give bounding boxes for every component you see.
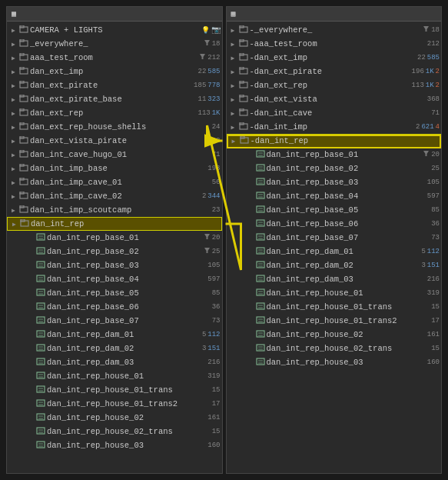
collection-icon: [19, 164, 30, 174]
tree-item-r_everywhere[interactable]: ▶ -_everywhere_ 18: [227, 23, 442, 37]
expand-arrow[interactable]: ▶: [231, 27, 239, 34]
tree-item-dan_ext_imp[interactable]: ▶ dan_ext_imp22585: [7, 65, 222, 78]
tree-item-dan_int_rep_house01t[interactable]: dan_int_rep_house_01_trans15: [7, 383, 222, 397]
tree-item-dan_int_rep_base05[interactable]: dan_int_rep_base_0585: [7, 286, 222, 300]
item-label: dan_ext_pirate_base: [30, 95, 196, 104]
expand-arrow[interactable]: ▶: [12, 68, 19, 75]
tree-item-dan_int_cave[interactable]: ▶ dan_int_cave_hugo_0171: [7, 148, 222, 162]
expand-arrow[interactable]: ▶: [12, 165, 19, 172]
right-scene-collection-panel: ▦ ▶ -_everywhere_ 18▶ -aaa_test_room212▶…: [226, 6, 443, 474]
expand-arrow[interactable]: ▶: [231, 82, 239, 89]
tree-item-r_house01t[interactable]: dan_int_rep_house_01_trans15: [227, 300, 442, 314]
expand-arrow[interactable]: ▶: [231, 124, 239, 131]
tree-item-r_dan_int_imp[interactable]: ▶ -dan_int_imp26214: [227, 120, 442, 134]
badge-count: 161: [427, 331, 440, 338]
tree-item-dan_ext_rep[interactable]: ▶ dan_ext_rep1131K: [7, 106, 222, 120]
tree-item-dan_int_imp[interactable]: ▶ dan_int_imp_base198: [7, 162, 222, 175]
tree-item-dan_int_rep_base03[interactable]: dan_int_rep_base_03105: [7, 258, 222, 272]
expand-arrow[interactable]: ▶: [12, 27, 19, 34]
tree-item-dan_int_rep_house02[interactable]: dan_int_rep_house_02161: [7, 411, 222, 425]
tree-item-dan_int_imp_cave01[interactable]: ▶ dan_int_imp_cave_0156: [7, 175, 222, 189]
tree-item-r_base05[interactable]: dan_int_rep_base_0585: [227, 203, 442, 217]
tree-item-r_dan_ext_vista[interactable]: ▶ -dan_ext_vista368: [227, 92, 442, 106]
tree-item-dan_int_rep_base07[interactable]: dan_int_rep_base_0773: [7, 314, 222, 328]
tree-item-everywhere[interactable]: ▶ _everywhere_ 18: [7, 37, 222, 51]
expand-arrow[interactable]: ▶: [12, 179, 19, 186]
item-label: dan_int_rep_base_02: [267, 164, 430, 173]
svg-rect-105: [257, 165, 264, 171]
item-label: dan_int_rep_house_01_trans: [47, 385, 211, 395]
tree-item-dan_ext_rep_house[interactable]: ▶ dan_ext_rep_house_shells24: [7, 120, 222, 134]
item-label: -dan_int_cave: [250, 108, 430, 118]
expand-arrow[interactable]: ▶: [12, 193, 19, 200]
badge-count: 212: [207, 54, 220, 62]
tree-item-dan_int_rep[interactable]: ▶ dan_int_rep: [7, 217, 222, 231]
svg-rect-67: [37, 386, 45, 392]
item-label: dan_int_rep_base_04: [47, 275, 206, 284]
tree-item-dan_int_imp_cave02[interactable]: ▶ dan_int_imp_cave_022344: [7, 189, 222, 203]
expand-arrow[interactable]: ▶: [231, 110, 239, 117]
expand-arrow[interactable]: ▶: [12, 110, 19, 117]
object-icon: [36, 385, 47, 395]
tree-item-r_aaa_test[interactable]: ▶ -aaa_test_room212: [227, 37, 442, 51]
tree-item-dan_int_rep_dam01[interactable]: dan_int_rep_dam_015112: [7, 328, 222, 342]
tree-item-r_house02t[interactable]: dan_int_rep_house_02_trans15: [227, 342, 442, 355]
item-label: dan_int_imp_cave_02: [30, 192, 201, 201]
tree-item-r_base01[interactable]: dan_int_rep_base_01 20: [227, 148, 442, 162]
tree-item-dan_int_rep_house01t2[interactable]: dan_int_rep_house_01_trans217: [7, 397, 222, 411]
tree-item-dan_int_rep_house03[interactable]: dan_int_rep_house_03160: [7, 438, 222, 452]
tree-item-r_dan_int_rep[interactable]: ▶ -dan_int_rep: [227, 134, 442, 148]
tree-item-dan_int_rep_house01[interactable]: dan_int_rep_house_01319: [7, 369, 222, 383]
tree-item-r_dan_ext_rep[interactable]: ▶ -dan_ext_rep1131K2: [227, 78, 442, 92]
expand-arrow[interactable]: ▶: [231, 96, 239, 103]
object-icon: [36, 427, 47, 437]
tree-item-r_base02[interactable]: dan_int_rep_base_0225: [227, 162, 442, 175]
tree-item-dan_int_rep_base02[interactable]: dan_int_rep_base_02 25: [7, 245, 222, 258]
expand-arrow[interactable]: ▶: [231, 41, 239, 48]
tree-item-r_dan_int_cave[interactable]: ▶ -dan_int_cave71: [227, 106, 442, 120]
tree-item-r_dan_ext_pirate[interactable]: ▶ -dan_ext_pirate1961K2: [227, 65, 442, 78]
tree-item-dan_ext_vista[interactable]: ▶ dan_ext_vista_pirate368: [7, 134, 222, 148]
tree-item-r_dam01[interactable]: dan_int_rep_dam_015112: [227, 245, 442, 258]
badge-count: 15: [212, 386, 221, 394]
expand-arrow[interactable]: ▶: [12, 55, 19, 62]
tree-item-r_house02[interactable]: dan_int_rep_house_02161: [227, 328, 442, 342]
tree-item-dan_ext_pirate_base[interactable]: ▶ dan_ext_pirate_base11323: [7, 92, 222, 106]
tree-item-r_house01t2[interactable]: dan_int_rep_house_01_trans217: [227, 314, 442, 328]
tree-item-dan_int_rep_base04[interactable]: dan_int_rep_base_04597: [7, 272, 222, 286]
tree-item-r_base06[interactable]: dan_int_rep_base_0636: [227, 217, 442, 231]
tree-item-r_base04[interactable]: dan_int_rep_base_04597: [227, 189, 442, 203]
tree-item-camera[interactable]: ▶ CAMERA + LIGHTS💡📷: [7, 23, 222, 37]
tree-item-r_house01[interactable]: dan_int_rep_house_01319: [227, 286, 442, 300]
expand-arrow[interactable]: ▶: [231, 55, 239, 62]
object-icon: [256, 330, 267, 340]
tree-item-dan_int_rep_base01[interactable]: dan_int_rep_base_01 20: [7, 231, 222, 245]
tree-item-dan_int_rep_base06[interactable]: dan_int_rep_base_0636: [7, 300, 222, 314]
badge-count2: 323: [207, 95, 220, 103]
tree-item-dan_int_rep_dam03[interactable]: dan_int_rep_dam_03216: [7, 355, 222, 369]
tree-item-dan_int_rep_dam02[interactable]: dan_int_rep_dam_023151: [7, 342, 222, 355]
expand-arrow[interactable]: ▶: [232, 138, 240, 145]
tree-item-r_dan_ext_imp[interactable]: ▶ -dan_ext_imp22585: [227, 51, 442, 65]
expand-arrow[interactable]: ▶: [12, 41, 19, 48]
expand-arrow[interactable]: ▶: [12, 152, 19, 158]
object-icon: [36, 413, 47, 423]
expand-arrow[interactable]: ▶: [12, 138, 19, 145]
tree-item-r_dam03[interactable]: dan_int_rep_dam_03216: [227, 272, 442, 286]
tree-item-dan_ext_pirate[interactable]: ▶ dan_ext_pirate185778: [7, 78, 222, 92]
tree-item-aaa_test[interactable]: ▶ aaa_test_room 212: [7, 51, 222, 65]
expand-arrow[interactable]: ▶: [12, 221, 20, 228]
expand-arrow[interactable]: ▶: [12, 96, 19, 103]
expand-arrow[interactable]: ▶: [12, 207, 19, 214]
tree-item-r_house03[interactable]: dan_int_rep_house_03160: [227, 355, 442, 369]
expand-arrow[interactable]: ▶: [231, 68, 239, 75]
item-label: dan_ext_vista_pirate: [30, 136, 206, 145]
badge-count: 161: [207, 414, 220, 422]
expand-arrow[interactable]: ▶: [12, 124, 19, 131]
tree-item-r_base07[interactable]: dan_int_rep_base_0773: [227, 231, 442, 245]
tree-item-dan_int_imp_scout[interactable]: ▶ dan_int_imp_scoutcamp23: [7, 203, 222, 217]
expand-arrow[interactable]: ▶: [12, 82, 19, 89]
tree-item-dan_int_rep_house02t[interactable]: dan_int_rep_house_02_trans15: [7, 425, 222, 438]
tree-item-r_base03[interactable]: dan_int_rep_base_03105: [227, 175, 442, 189]
tree-item-r_dam02[interactable]: dan_int_rep_dam_023151: [227, 258, 442, 272]
